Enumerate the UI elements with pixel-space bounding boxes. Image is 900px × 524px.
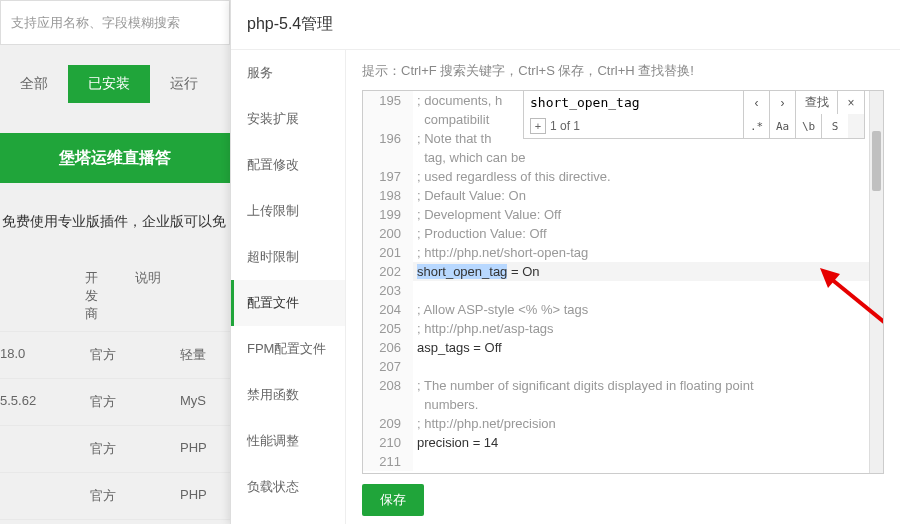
col-vendor: 开发商 [0, 269, 85, 323]
editor-scrollbar[interactable] [869, 91, 883, 473]
table-row[interactable]: 官方PHP [0, 425, 230, 472]
promo-text: 免费使用专业版插件，企业版可以免 [0, 213, 230, 231]
search-case-toggle[interactable]: Aa [770, 114, 796, 138]
search-prev-button[interactable]: ‹ [744, 91, 770, 114]
editor-hint: 提示：Ctrl+F 搜索关键字，Ctrl+S 保存，Ctrl+H 查找替换! [362, 62, 884, 80]
php-manage-modal: php-5.4管理 服务安装扩展配置修改上传限制超时限制配置文件FPM配置文件禁… [230, 0, 900, 524]
sidebar-item[interactable]: 上传限制 [231, 188, 345, 234]
col-desc: 说明 [85, 269, 161, 323]
search-expand-button[interactable]: + [530, 118, 546, 134]
sidebar-item[interactable]: 禁用函数 [231, 372, 345, 418]
table-row[interactable]: 官方PHP [0, 519, 230, 524]
sidebar-item[interactable]: 服务 [231, 50, 345, 96]
modal-sidebar: 服务安装扩展配置修改上传限制超时限制配置文件FPM配置文件禁用函数性能调整负载状… [231, 50, 346, 524]
config-editor[interactable]: 195; documents, h compatibilit196; Note … [362, 90, 884, 474]
sidebar-item[interactable]: 性能调整 [231, 418, 345, 464]
table-row[interactable]: 官方PHP [0, 472, 230, 519]
search-input[interactable]: 支持应用名称、字段模糊搜索 [0, 0, 230, 45]
search-s-toggle[interactable]: S [822, 114, 848, 138]
sidebar-item[interactable]: 负载状态 [231, 464, 345, 510]
tab-installed[interactable]: 已安装 [68, 65, 150, 103]
sidebar-item[interactable]: 安装扩展 [231, 96, 345, 142]
search-panel: ‹ › 查找 × + 1 of 1 .* Aa \b S [523, 91, 865, 139]
search-next-button[interactable]: › [770, 91, 796, 114]
tab-all[interactable]: 全部 [0, 65, 68, 103]
table-row[interactable]: 18.0官方轻量 [0, 331, 230, 378]
search-word-toggle[interactable]: \b [796, 114, 822, 138]
save-button[interactable]: 保存 [362, 484, 424, 516]
modal-title: php-5.4管理 [231, 0, 900, 50]
sidebar-item[interactable]: 配置修改 [231, 142, 345, 188]
search-query-input[interactable] [524, 91, 744, 114]
search-find-button[interactable]: 查找 [796, 91, 838, 114]
sidebar-item[interactable]: Session配置 [231, 510, 345, 524]
sidebar-item[interactable]: FPM配置文件 [231, 326, 345, 372]
table-row[interactable]: 5.5.62官方MyS [0, 378, 230, 425]
promo-banner: 堡塔运维直播答 [0, 133, 230, 183]
tab-running[interactable]: 运行 [150, 65, 218, 103]
sidebar-item[interactable]: 超时限制 [231, 234, 345, 280]
sidebar-item[interactable]: 配置文件 [231, 280, 345, 326]
search-result-count: 1 of 1 [550, 119, 580, 133]
search-close-button[interactable]: × [838, 91, 864, 114]
search-regex-toggle[interactable]: .* [744, 114, 770, 138]
